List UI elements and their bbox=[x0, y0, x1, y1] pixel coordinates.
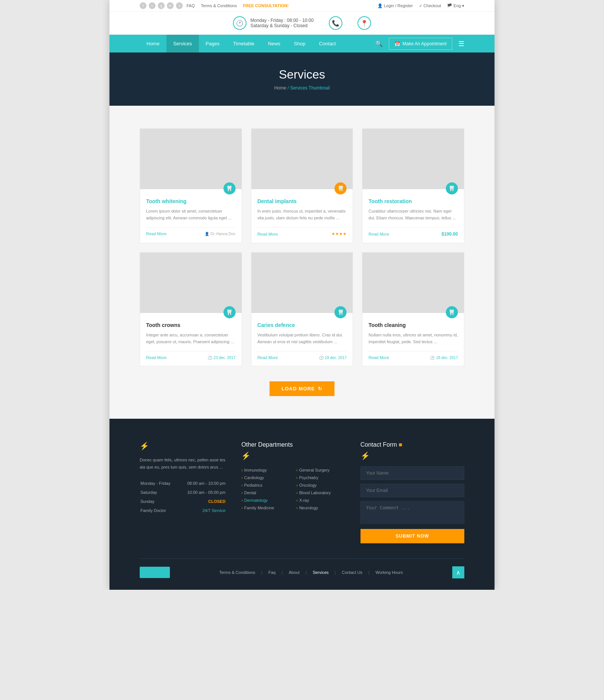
contact-comment-input[interactable] bbox=[361, 501, 464, 524]
service-card-footer-2: Read More ★★★★ bbox=[257, 227, 347, 236]
service-title-2: Dental implants bbox=[257, 198, 347, 204]
load-more-label: LOAD MORE bbox=[282, 386, 315, 392]
checkout-link[interactable]: ✓ Checkout bbox=[419, 3, 441, 8]
service-card-image-2: 🦷 bbox=[251, 129, 353, 189]
footer-depts-col: Other Departments ⚡ ›Immunology ›Cardiol… bbox=[241, 441, 345, 543]
footer-logo bbox=[140, 567, 170, 578]
service-badge: 24/7 Service bbox=[202, 508, 225, 513]
service-card-6: 🦷 Tooth cleaning Nullam nulla eros, ultr… bbox=[362, 252, 464, 366]
footer-logo-area bbox=[140, 567, 170, 578]
vimeo-icon[interactable]: v bbox=[176, 2, 183, 9]
terms-link[interactable]: Terms & Conditions bbox=[201, 3, 237, 8]
dept-xray: ›X-ray bbox=[296, 496, 345, 504]
link-sep-5: | bbox=[368, 570, 370, 575]
load-more-button[interactable]: LOAD MORE ↻ bbox=[270, 381, 334, 396]
footer-accent-3: ⚡ bbox=[361, 451, 464, 460]
login-register-link[interactable]: 👤 Login / Register bbox=[378, 3, 413, 8]
footer-services-link[interactable]: Services bbox=[313, 570, 328, 575]
clock-icon: 🕐 bbox=[233, 16, 247, 30]
hours-day-3: Sunday bbox=[140, 497, 177, 506]
read-more-1[interactable]: Read More bbox=[146, 231, 166, 236]
footer-terms-link[interactable]: Terms & Conditions bbox=[219, 570, 255, 575]
nav-news[interactable]: News bbox=[261, 35, 287, 52]
facebook-icon[interactable]: f bbox=[140, 2, 146, 9]
service-card-5: 🦷 Caries defence Vestibulum volutpat pre… bbox=[251, 252, 353, 366]
page-title: Services bbox=[140, 68, 464, 82]
nav-right: 🔍 📅 Make An Appointment ☰ bbox=[375, 38, 464, 50]
nav-shop[interactable]: Shop bbox=[287, 35, 312, 52]
service-desc-4: Integer ante arcu, accumsan a, consectet… bbox=[146, 332, 236, 345]
dept-family-medicine: ›Family Medicine bbox=[241, 504, 290, 512]
service-card-body-3: Tooth restoration Curabitur ullamcorper … bbox=[362, 189, 464, 243]
nav-timetable[interactable]: Timetable bbox=[226, 35, 261, 52]
nav-services[interactable]: Services bbox=[166, 35, 199, 52]
hours-day-2: Saturday bbox=[140, 488, 177, 496]
hours-table: Monday - Friday 08:00 am - 10:00 pm Satu… bbox=[140, 478, 226, 515]
footer-about-text: Donec quam felis, ultrices nec, pellen a… bbox=[140, 456, 226, 470]
service-card-image-6: 🦷 bbox=[362, 253, 464, 313]
linkedin-icon[interactable]: in bbox=[167, 2, 174, 9]
language-link[interactable]: 🏴 Eng ▾ bbox=[447, 3, 464, 8]
hours-day-1: Monday - Friday bbox=[140, 479, 177, 487]
service-title-3: Tooth restoration bbox=[368, 198, 458, 204]
breadcrumb-home[interactable]: Home bbox=[274, 85, 286, 91]
contact-title: Contact Form ■ bbox=[361, 441, 464, 448]
main-content: 🦷 Tooth whitening Lorem ipsum dolor sit … bbox=[109, 106, 495, 419]
nav-pages[interactable]: Pages bbox=[199, 35, 226, 52]
hours-row-3: Sunday CLOSED bbox=[140, 497, 225, 506]
dept-oncology: ›Oncology bbox=[296, 481, 345, 489]
services-grid: 🦷 Tooth whitening Lorem ipsum dolor sit … bbox=[140, 128, 464, 366]
service-card-footer-4: Read More 🕐 23 dec. 2017 bbox=[146, 351, 236, 360]
service-icon-4: 🦷 bbox=[223, 306, 236, 318]
nav-links: Home Services Pages Timetable News Shop … bbox=[140, 35, 343, 52]
service-card-body-2: Dental implants In enim justo, rhoncus u… bbox=[251, 189, 353, 242]
appointment-button[interactable]: 📅 Make An Appointment bbox=[389, 38, 452, 50]
read-more-3[interactable]: Read More bbox=[368, 232, 389, 236]
hours-row-1: Monday - Friday 08:00 am - 10:00 pm bbox=[140, 479, 225, 487]
hamburger-icon[interactable]: ☰ bbox=[458, 40, 464, 48]
load-more-wrap: LOAD MORE ↻ bbox=[140, 381, 464, 396]
card-price-3: $100.00 bbox=[442, 231, 458, 237]
service-card-body-5: Caries defence Vestibulum volutpat preti… bbox=[251, 313, 353, 366]
contact-form: SUBMIT NOW bbox=[361, 466, 464, 543]
read-more-2[interactable]: Read More bbox=[257, 232, 278, 236]
read-more-6[interactable]: Read More bbox=[368, 355, 389, 360]
scroll-top-button[interactable]: ∧ bbox=[452, 566, 464, 578]
service-title-5: Caries defence bbox=[257, 322, 347, 328]
dept-blood-lab: ›Blood Laboratory bbox=[296, 489, 345, 496]
footer-about-link[interactable]: About bbox=[289, 570, 300, 575]
nav-contact[interactable]: Contact bbox=[312, 35, 343, 52]
header-location: 📍 bbox=[357, 16, 371, 30]
read-more-4[interactable]: Read More bbox=[146, 355, 166, 360]
nav-home[interactable]: Home bbox=[140, 35, 166, 52]
service-icon-6: 🦷 bbox=[446, 306, 458, 318]
dept-immunology: ›Immunology bbox=[241, 466, 290, 474]
depts-title: Other Departments bbox=[241, 441, 345, 448]
free-consult-text[interactable]: FREE CONSULTATION! bbox=[243, 3, 288, 8]
read-more-5[interactable]: Read More bbox=[257, 355, 278, 360]
phone-icon: 📞 bbox=[329, 16, 342, 30]
twitter-icon[interactable]: t bbox=[149, 2, 156, 9]
service-card-image-5: 🦷 bbox=[251, 253, 353, 313]
dept-pediatrics: ›Pediatrics bbox=[241, 481, 290, 489]
contact-email-input[interactable] bbox=[361, 484, 464, 497]
footer-faq-link[interactable]: Faq bbox=[268, 570, 276, 575]
service-card-body-6: Tooth cleaning Nullam nulla eros, ultric… bbox=[362, 313, 464, 366]
footer-grid: ⚡ Donec quam felis, ultrices nec, pellen… bbox=[140, 441, 464, 543]
search-icon[interactable]: 🔍 bbox=[375, 40, 383, 47]
footer-contact-link[interactable]: Contact Us bbox=[342, 570, 362, 575]
top-bar-right: 👤 Login / Register ✓ Checkout 🏴 Eng ▾ bbox=[378, 3, 464, 8]
service-card-footer-1: Read More 👤 Dr. Hanna Don bbox=[146, 227, 236, 236]
card-date-5: 🕐 19 dec. 2017 bbox=[319, 356, 347, 360]
googleplus-icon[interactable]: g bbox=[158, 2, 165, 9]
submit-button[interactable]: SUBMIT NOW bbox=[361, 529, 464, 543]
footer-bottom-links: Terms & Conditions | Faq | About | Servi… bbox=[219, 570, 403, 575]
service-desc-6: Nullam nulla eros, ultrices sit amet, no… bbox=[368, 332, 458, 345]
card-stars-2: ★★★★ bbox=[331, 231, 347, 236]
contact-name-input[interactable] bbox=[361, 466, 464, 480]
faq-link[interactable]: FAQ bbox=[186, 3, 195, 8]
link-sep-1: | bbox=[261, 570, 262, 575]
footer-accent-1: ⚡ bbox=[140, 441, 226, 450]
footer-hours-link[interactable]: Working Hours bbox=[376, 570, 403, 575]
link-sep-4: | bbox=[335, 570, 336, 575]
